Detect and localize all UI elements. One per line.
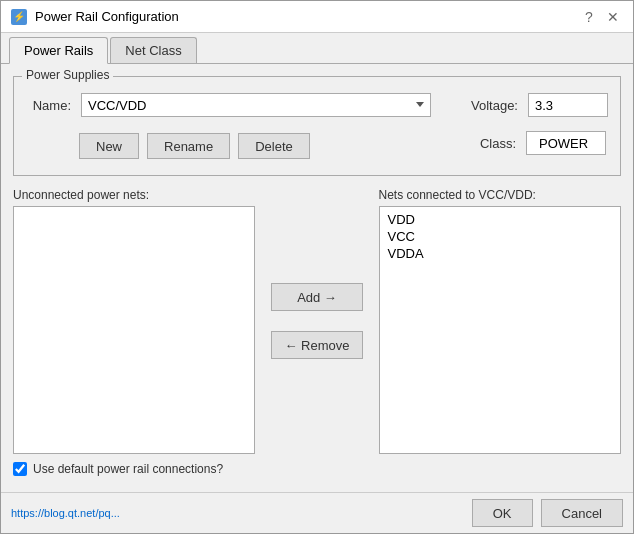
title-bar-controls: ? ✕ <box>579 7 623 27</box>
voltage-input[interactable] <box>528 93 608 117</box>
add-button[interactable]: Add → <box>271 283 362 311</box>
cancel-button[interactable]: Cancel <box>541 499 623 527</box>
close-button[interactable]: ✕ <box>603 7 623 27</box>
name-row: Name: VCC/VDD <box>26 93 431 117</box>
list-item[interactable]: VDD <box>384 211 616 228</box>
power-supplies-group: Power Supplies Name: VCC/VDD New Rename … <box>13 76 621 176</box>
default-connections-label: Use default power rail connections? <box>33 462 223 476</box>
help-button[interactable]: ? <box>579 7 599 27</box>
unconnected-nets-list[interactable] <box>13 206 255 454</box>
class-row: Class: POWER <box>471 131 608 155</box>
lists-section: Unconnected power nets: Add → ← Remove N… <box>13 188 621 454</box>
delete-button[interactable]: Delete <box>238 133 310 159</box>
tab-bar: Power Rails Net Class <box>1 33 633 64</box>
main-content: Power Supplies Name: VCC/VDD New Rename … <box>1 64 633 492</box>
remove-button[interactable]: ← Remove <box>271 331 362 359</box>
dialog-footer: https://blog.qt.net/pq... OK Cancel <box>1 492 633 533</box>
voltage-row: Voltage: <box>471 93 608 117</box>
tab-power-rails[interactable]: Power Rails <box>9 37 108 64</box>
ok-button[interactable]: OK <box>472 499 533 527</box>
name-label: Name: <box>26 98 71 113</box>
name-dropdown[interactable]: VCC/VDD <box>81 93 431 117</box>
footer-url: https://blog.qt.net/pq... <box>11 507 464 519</box>
transfer-buttons: Add → ← Remove <box>263 283 370 359</box>
new-button[interactable]: New <box>79 133 139 159</box>
connected-nets-label: Nets connected to VCC/VDD: <box>379 188 621 202</box>
list-item[interactable]: VCC <box>384 228 616 245</box>
connected-nets-container: Nets connected to VCC/VDD: VDD VCC VDDA <box>379 188 621 454</box>
voltage-label: Voltage: <box>471 98 518 113</box>
dialog-icon: ⚡ <box>11 9 27 25</box>
dialog-title: Power Rail Configuration <box>35 9 571 24</box>
connected-nets-list[interactable]: VDD VCC VDDA <box>379 206 621 454</box>
action-buttons: New Rename Delete <box>26 133 431 159</box>
list-item[interactable]: VDDA <box>384 245 616 262</box>
title-bar: ⚡ Power Rail Configuration ? ✕ <box>1 1 633 33</box>
tab-net-class[interactable]: Net Class <box>110 37 196 63</box>
class-value: POWER <box>526 131 606 155</box>
unconnected-nets-container: Unconnected power nets: <box>13 188 255 454</box>
rename-button[interactable]: Rename <box>147 133 230 159</box>
right-fields: Voltage: Class: POWER <box>471 93 608 163</box>
default-connections-row: Use default power rail connections? <box>13 454 621 480</box>
class-label: Class: <box>471 136 516 151</box>
group-title: Power Supplies <box>22 68 113 82</box>
unconnected-nets-label: Unconnected power nets: <box>13 188 255 202</box>
power-rail-configuration-dialog: ⚡ Power Rail Configuration ? ✕ Power Rai… <box>0 0 634 534</box>
default-connections-checkbox[interactable] <box>13 462 27 476</box>
